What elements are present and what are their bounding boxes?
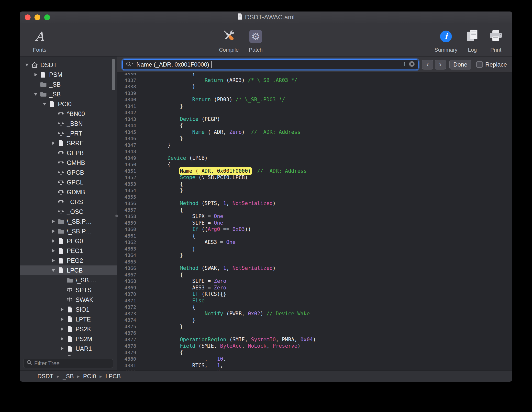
tree-item-gepb[interactable]: GEPB: [20, 148, 117, 158]
disclosure-triangle[interactable]: [58, 327, 66, 331]
tree-item-label: PSM: [49, 71, 62, 78]
code-line: {: [143, 161, 512, 168]
fonts-button[interactable]: A Fonts: [26, 27, 53, 53]
line-number: 4850: [117, 161, 136, 168]
minimize-button[interactable]: [34, 14, 40, 20]
breadcrumb-item[interactable]: DSDT: [37, 373, 53, 380]
line-number: 4839: [117, 90, 136, 97]
tree-item-spts[interactable]: SPTS: [20, 285, 117, 295]
disclosure-triangle[interactable]: [50, 220, 57, 223]
disclosure-triangle[interactable]: [58, 308, 66, 311]
tree-item-crs[interactable]: _CRS: [20, 197, 117, 207]
sidebar-scrollbar[interactable]: [112, 59, 115, 90]
next-match-button[interactable]: ›: [435, 60, 446, 69]
code-line: }: [143, 317, 512, 323]
disclosure-triangle[interactable]: [32, 73, 39, 76]
code-line: }: [143, 323, 512, 330]
disclosure-triangle[interactable]: [58, 318, 66, 321]
disclosure-triangle[interactable]: [58, 347, 66, 350]
document-icon: [66, 326, 74, 332]
tree-item-label: UAR1: [76, 345, 92, 352]
tree-item-sb[interactable]: _SB: [20, 89, 117, 99]
print-button[interactable]: Print: [485, 27, 506, 53]
tree-item-bn00[interactable]: ^BN00: [20, 109, 117, 119]
tree-item-label: SWAK: [76, 296, 93, 303]
tree-item-gpcb[interactable]: GPCB: [20, 168, 117, 177]
tree-item-sbp[interactable]: \_SB.P…: [20, 226, 117, 236]
line-number: 4880: [117, 356, 136, 362]
disclosure-triangle[interactable]: [50, 141, 57, 145]
clear-search-icon[interactable]: [409, 61, 415, 68]
code-line: }: [143, 187, 512, 194]
tree-item-gmhb[interactable]: GMHB: [20, 158, 117, 168]
tree-item-swak[interactable]: SWAK: [20, 295, 117, 305]
disclosure-triangle[interactable]: [50, 269, 57, 272]
splitter-handle[interactable]: [115, 215, 118, 217]
disclosure-triangle[interactable]: [50, 239, 57, 243]
close-button[interactable]: [25, 14, 31, 20]
line-number: 4845: [117, 129, 136, 136]
disclosure-triangle[interactable]: [50, 229, 57, 233]
tree-item-ps2k[interactable]: PS2K: [20, 324, 117, 334]
breadcrumb-item[interactable]: _SB: [63, 373, 74, 380]
filter-placeholder: Filter Tree: [34, 360, 60, 367]
tree-item-gdmb[interactable]: GDMB: [20, 187, 117, 197]
title-bar[interactable]: DSDT-AWAC.aml: [20, 11, 512, 23]
match-count: 1: [403, 61, 406, 68]
tree-item-peg0[interactable]: PEG0: [20, 236, 117, 246]
patch-button[interactable]: ⚙ Patch: [242, 27, 269, 53]
code-editor[interactable]: 4836483748384839484048414842484348444845…: [117, 73, 512, 370]
previous-match-button[interactable]: ‹: [422, 60, 433, 69]
tree-item-peg2[interactable]: PEG2: [20, 256, 117, 265]
summary-button[interactable]: i Summary: [432, 27, 459, 53]
breadcrumb-item[interactable]: LPCB: [105, 373, 121, 380]
tree-item-osc[interactable]: _OSC: [20, 207, 117, 217]
tree-item-peg1[interactable]: PEG1: [20, 246, 117, 256]
compile-button[interactable]: Compile: [215, 27, 242, 53]
log-button[interactable]: Log: [462, 27, 483, 53]
info-icon: i: [440, 31, 452, 42]
tree-item-sio1[interactable]: SIO1: [20, 305, 117, 314]
disclosure-triangle[interactable]: [23, 64, 31, 66]
tree-item-sb[interactable]: _SB: [20, 80, 117, 89]
filter-tree-input[interactable]: Filter Tree: [23, 359, 113, 368]
search-menu-icon[interactable]: [126, 61, 134, 68]
gear-icon: ⚙: [251, 32, 260, 41]
breadcrumb-separator: ▸: [57, 373, 59, 379]
tree-item-humd[interactable]: HUMD: [20, 354, 117, 356]
disclosure-triangle[interactable]: [32, 93, 39, 96]
tree-item-ps2m[interactable]: PS2M: [20, 334, 117, 344]
tree-item-uar1[interactable]: UAR1: [20, 344, 117, 354]
tree-item-sb[interactable]: \_SB.…: [20, 275, 117, 285]
zoom-button[interactable]: [44, 14, 50, 20]
replace-checkbox[interactable]: [476, 61, 483, 68]
search-icon: [26, 360, 32, 367]
replace-option: Replace: [476, 61, 507, 68]
status-bar: DSDT▸_SB▸PCI0▸LPCB: [20, 370, 512, 382]
disclosure-triangle[interactable]: [50, 259, 57, 262]
tree-item-lpcb[interactable]: LPCB: [20, 265, 117, 275]
code-line: }: [143, 135, 512, 142]
tree-item-dsdt[interactable]: DSDT: [20, 60, 117, 70]
disclosure-triangle[interactable]: [50, 249, 57, 252]
tree-item-label: GPCL: [67, 179, 83, 186]
tree-item-prt[interactable]: _PRT: [20, 128, 117, 138]
disclosure-triangle[interactable]: [41, 103, 48, 105]
find-input[interactable]: Name (_ADR, 0x001F0000) 1: [122, 59, 419, 70]
tree-item-srre[interactable]: SRRE: [20, 138, 117, 148]
disclosure-triangle[interactable]: [58, 337, 66, 341]
line-number: 4853: [117, 181, 136, 187]
tree-item-psm[interactable]: PSM: [20, 70, 117, 80]
breadcrumb-item[interactable]: PCI0: [83, 373, 96, 380]
code-line: Else: [143, 298, 512, 304]
code-line: Method (SWAK, 1, NotSerialized): [143, 265, 512, 272]
traffic-lights: [25, 14, 50, 20]
tree-item-gpcl[interactable]: GPCL: [20, 177, 117, 187]
tree-item-pci0[interactable]: PCI0: [20, 99, 117, 109]
code-scroll[interactable]: { Return (AR03) /* \_SB_.AR03 */ } Retur…: [139, 73, 512, 370]
tree-item-lpte[interactable]: LPTE: [20, 314, 117, 324]
tree-item-bbn[interactable]: _BBN: [20, 119, 117, 128]
done-button[interactable]: Done: [449, 60, 471, 69]
tree-item-sbp[interactable]: \_SB.P…: [20, 217, 117, 226]
line-number: 4881: [117, 362, 136, 369]
